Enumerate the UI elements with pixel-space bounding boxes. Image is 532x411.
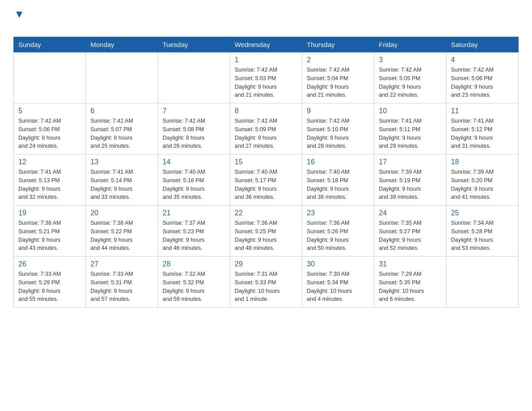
day-info: Sunrise: 7:42 AM Sunset: 5:06 PM Dayligh… xyxy=(451,66,514,99)
day-info: Sunrise: 7:42 AM Sunset: 5:08 PM Dayligh… xyxy=(163,117,225,150)
calendar-week-row: 26Sunrise: 7:33 AM Sunset: 5:29 PM Dayli… xyxy=(14,257,519,308)
page-header xyxy=(13,9,519,32)
weekday-header-tuesday: Tuesday xyxy=(158,37,230,52)
day-number: 18 xyxy=(451,158,514,166)
calendar-cell xyxy=(158,52,230,103)
day-number: 20 xyxy=(90,209,153,217)
day-info: Sunrise: 7:33 AM Sunset: 5:31 PM Dayligh… xyxy=(90,270,153,304)
calendar-cell xyxy=(14,52,86,103)
day-info: Sunrise: 7:29 AM Sunset: 5:35 PM Dayligh… xyxy=(379,270,442,304)
calendar-cell: 26Sunrise: 7:33 AM Sunset: 5:29 PM Dayli… xyxy=(14,257,86,308)
calendar-cell: 7Sunrise: 7:42 AM Sunset: 5:08 PM Daylig… xyxy=(158,103,230,154)
calendar-cell: 25Sunrise: 7:34 AM Sunset: 5:28 PM Dayli… xyxy=(446,206,519,257)
calendar-cell: 22Sunrise: 7:36 AM Sunset: 5:25 PM Dayli… xyxy=(230,206,302,257)
day-number: 1 xyxy=(235,56,297,64)
calendar-cell: 29Sunrise: 7:31 AM Sunset: 5:33 PM Dayli… xyxy=(230,257,302,308)
day-number: 10 xyxy=(379,107,442,115)
day-number: 31 xyxy=(379,260,442,268)
day-info: Sunrise: 7:42 AM Sunset: 5:10 PM Dayligh… xyxy=(307,117,369,150)
calendar-cell: 2Sunrise: 7:42 AM Sunset: 5:04 PM Daylig… xyxy=(302,52,374,103)
weekday-header-friday: Friday xyxy=(374,37,446,52)
day-number: 5 xyxy=(18,107,81,115)
day-info: Sunrise: 7:41 AM Sunset: 5:13 PM Dayligh… xyxy=(18,168,81,201)
calendar-week-row: 1Sunrise: 7:42 AM Sunset: 5:03 PM Daylig… xyxy=(14,52,519,103)
day-info: Sunrise: 7:40 AM Sunset: 5:18 PM Dayligh… xyxy=(307,168,369,201)
calendar-cell: 10Sunrise: 7:41 AM Sunset: 5:11 PM Dayli… xyxy=(374,103,446,154)
weekday-header-monday: Monday xyxy=(86,37,158,52)
day-number: 21 xyxy=(163,209,225,217)
day-number: 17 xyxy=(379,158,442,166)
day-info: Sunrise: 7:36 AM Sunset: 5:25 PM Dayligh… xyxy=(235,219,297,253)
day-info: Sunrise: 7:37 AM Sunset: 5:23 PM Dayligh… xyxy=(163,219,225,253)
day-info: Sunrise: 7:38 AM Sunset: 5:21 PM Dayligh… xyxy=(18,219,81,253)
weekday-header-sunday: Sunday xyxy=(14,37,86,52)
calendar-cell: 20Sunrise: 7:38 AM Sunset: 5:22 PM Dayli… xyxy=(86,206,158,257)
day-number: 29 xyxy=(235,260,297,268)
day-info: Sunrise: 7:40 AM Sunset: 5:17 PM Dayligh… xyxy=(235,168,297,201)
day-number: 3 xyxy=(379,56,442,64)
day-number: 19 xyxy=(18,209,81,217)
calendar-table: SundayMondayTuesdayWednesdayThursdayFrid… xyxy=(13,37,519,308)
calendar-cell: 8Sunrise: 7:42 AM Sunset: 5:09 PM Daylig… xyxy=(230,103,302,154)
calendar-week-row: 12Sunrise: 7:41 AM Sunset: 5:13 PM Dayli… xyxy=(14,154,519,206)
calendar-cell: 12Sunrise: 7:41 AM Sunset: 5:13 PM Dayli… xyxy=(14,154,86,206)
day-number: 4 xyxy=(451,56,514,64)
weekday-header-saturday: Saturday xyxy=(446,37,519,52)
day-number: 25 xyxy=(451,209,514,217)
day-number: 27 xyxy=(90,260,153,268)
calendar-cell: 9Sunrise: 7:42 AM Sunset: 5:10 PM Daylig… xyxy=(302,103,374,154)
day-info: Sunrise: 7:41 AM Sunset: 5:11 PM Dayligh… xyxy=(379,117,442,150)
calendar-cell: 16Sunrise: 7:40 AM Sunset: 5:18 PM Dayli… xyxy=(302,154,374,206)
day-number: 15 xyxy=(235,158,297,166)
day-info: Sunrise: 7:32 AM Sunset: 5:32 PM Dayligh… xyxy=(163,270,225,304)
day-info: Sunrise: 7:39 AM Sunset: 5:20 PM Dayligh… xyxy=(451,168,514,201)
day-number: 7 xyxy=(163,107,225,115)
day-number: 13 xyxy=(90,158,153,166)
calendar-cell: 11Sunrise: 7:41 AM Sunset: 5:12 PM Dayli… xyxy=(446,103,519,154)
calendar-cell: 21Sunrise: 7:37 AM Sunset: 5:23 PM Dayli… xyxy=(158,206,230,257)
day-number: 11 xyxy=(451,107,514,115)
day-number: 8 xyxy=(235,107,297,115)
day-number: 16 xyxy=(307,158,369,166)
day-number: 2 xyxy=(307,56,369,64)
day-info: Sunrise: 7:40 AM Sunset: 5:16 PM Dayligh… xyxy=(163,168,225,201)
weekday-header-row: SundayMondayTuesdayWednesdayThursdayFrid… xyxy=(14,37,519,52)
day-number: 6 xyxy=(90,107,153,115)
calendar-cell: 14Sunrise: 7:40 AM Sunset: 5:16 PM Dayli… xyxy=(158,154,230,206)
weekday-header-thursday: Thursday xyxy=(302,37,374,52)
day-info: Sunrise: 7:39 AM Sunset: 5:19 PM Dayligh… xyxy=(379,168,442,201)
day-info: Sunrise: 7:33 AM Sunset: 5:29 PM Dayligh… xyxy=(18,270,81,304)
calendar-cell: 18Sunrise: 7:39 AM Sunset: 5:20 PM Dayli… xyxy=(446,154,519,206)
day-info: Sunrise: 7:30 AM Sunset: 5:34 PM Dayligh… xyxy=(307,270,369,304)
day-number: 14 xyxy=(163,158,225,166)
calendar-cell xyxy=(86,52,158,103)
calendar-cell: 23Sunrise: 7:36 AM Sunset: 5:26 PM Dayli… xyxy=(302,206,374,257)
calendar-week-row: 5Sunrise: 7:42 AM Sunset: 5:06 PM Daylig… xyxy=(14,103,519,154)
day-info: Sunrise: 7:42 AM Sunset: 5:09 PM Dayligh… xyxy=(235,117,297,150)
day-number: 30 xyxy=(307,260,369,268)
calendar-cell: 24Sunrise: 7:35 AM Sunset: 5:27 PM Dayli… xyxy=(374,206,446,257)
calendar-cell: 3Sunrise: 7:42 AM Sunset: 5:05 PM Daylig… xyxy=(374,52,446,103)
day-info: Sunrise: 7:42 AM Sunset: 5:07 PM Dayligh… xyxy=(90,117,153,150)
day-info: Sunrise: 7:36 AM Sunset: 5:26 PM Dayligh… xyxy=(307,219,369,253)
calendar-cell: 13Sunrise: 7:41 AM Sunset: 5:14 PM Dayli… xyxy=(86,154,158,206)
day-info: Sunrise: 7:42 AM Sunset: 5:06 PM Dayligh… xyxy=(18,117,81,150)
day-number: 9 xyxy=(307,107,369,115)
calendar-week-row: 19Sunrise: 7:38 AM Sunset: 5:21 PM Dayli… xyxy=(14,206,519,257)
day-info: Sunrise: 7:42 AM Sunset: 5:03 PM Dayligh… xyxy=(235,66,297,99)
day-info: Sunrise: 7:42 AM Sunset: 5:04 PM Dayligh… xyxy=(307,66,369,99)
logo xyxy=(13,9,24,32)
calendar-cell: 5Sunrise: 7:42 AM Sunset: 5:06 PM Daylig… xyxy=(14,103,86,154)
day-number: 22 xyxy=(235,209,297,217)
calendar-cell: 27Sunrise: 7:33 AM Sunset: 5:31 PM Dayli… xyxy=(86,257,158,308)
calendar-cell: 31Sunrise: 7:29 AM Sunset: 5:35 PM Dayli… xyxy=(374,257,446,308)
day-info: Sunrise: 7:31 AM Sunset: 5:33 PM Dayligh… xyxy=(235,270,297,304)
day-number: 26 xyxy=(18,260,81,268)
day-info: Sunrise: 7:41 AM Sunset: 5:14 PM Dayligh… xyxy=(90,168,153,201)
weekday-header-wednesday: Wednesday xyxy=(230,37,302,52)
calendar-cell: 30Sunrise: 7:30 AM Sunset: 5:34 PM Dayli… xyxy=(302,257,374,308)
svg-marker-0 xyxy=(16,12,22,18)
calendar-cell: 15Sunrise: 7:40 AM Sunset: 5:17 PM Dayli… xyxy=(230,154,302,206)
day-info: Sunrise: 7:35 AM Sunset: 5:27 PM Dayligh… xyxy=(379,219,442,253)
day-info: Sunrise: 7:38 AM Sunset: 5:22 PM Dayligh… xyxy=(90,219,153,253)
